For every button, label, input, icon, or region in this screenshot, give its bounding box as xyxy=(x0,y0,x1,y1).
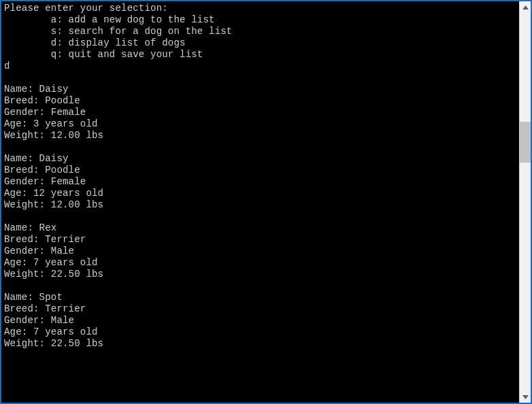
dog-age: Age: 7 years old xyxy=(4,257,519,269)
scroll-track[interactable] xyxy=(520,13,531,391)
dog-name: Name: Daisy xyxy=(4,153,519,165)
terminal-output[interactable]: Please enter your selection: a: add a ne… xyxy=(1,1,519,403)
blank-line xyxy=(4,72,519,84)
dog-weight: Weight: 12.00 lbs xyxy=(4,130,519,141)
scroll-thumb[interactable] xyxy=(520,122,531,163)
dog-name: Name: Daisy xyxy=(4,84,519,95)
dog-gender: Gender: Female xyxy=(4,107,519,118)
chevron-up-icon xyxy=(522,5,529,10)
dog-age: Age: 12 years old xyxy=(4,188,519,199)
scroll-up-button[interactable] xyxy=(520,1,531,13)
user-input-echo: d xyxy=(4,61,519,72)
dog-gender: Gender: Female xyxy=(4,176,519,188)
dog-gender: Gender: Male xyxy=(4,315,519,326)
chevron-down-icon xyxy=(522,395,529,399)
dog-breed: Breed: Poodle xyxy=(4,95,519,107)
blank-line xyxy=(4,211,519,222)
dog-record: Name: RexBreed: TerrierGender: MaleAge: … xyxy=(4,222,519,280)
dog-age: Age: 7 years old xyxy=(4,326,519,338)
dog-record: Name: DaisyBreed: PoodleGender: FemaleAg… xyxy=(4,153,519,211)
dog-weight: Weight: 12.00 lbs xyxy=(4,199,519,211)
menu-prompt: Please enter your selection: xyxy=(4,3,519,14)
dog-breed: Breed: Poodle xyxy=(4,165,519,176)
vertical-scrollbar[interactable] xyxy=(519,1,531,403)
dog-breed: Breed: Terrier xyxy=(4,234,519,246)
blank-line xyxy=(4,141,519,153)
menu-option: a: add a new dog to the list xyxy=(4,14,519,26)
blank-line xyxy=(4,280,519,292)
dog-breed: Breed: Terrier xyxy=(4,303,519,315)
dog-weight: Weight: 22.50 lbs xyxy=(4,338,519,350)
dog-name: Name: Spot xyxy=(4,292,519,303)
scroll-down-button[interactable] xyxy=(520,391,531,403)
dog-name: Name: Rex xyxy=(4,222,519,234)
dog-weight: Weight: 22.50 lbs xyxy=(4,269,519,280)
menu-option: d: display list of dogs xyxy=(4,37,519,49)
menu-option: s: search for a dog on the list xyxy=(4,26,519,37)
dog-record: Name: DaisyBreed: PoodleGender: FemaleAg… xyxy=(4,84,519,141)
dog-gender: Gender: Male xyxy=(4,246,519,257)
menu-option: q: quit and save your list xyxy=(4,49,519,61)
console-window: Please enter your selection: a: add a ne… xyxy=(0,0,532,404)
dog-record: Name: SpotBreed: TerrierGender: MaleAge:… xyxy=(4,292,519,350)
dog-age: Age: 3 years old xyxy=(4,118,519,130)
